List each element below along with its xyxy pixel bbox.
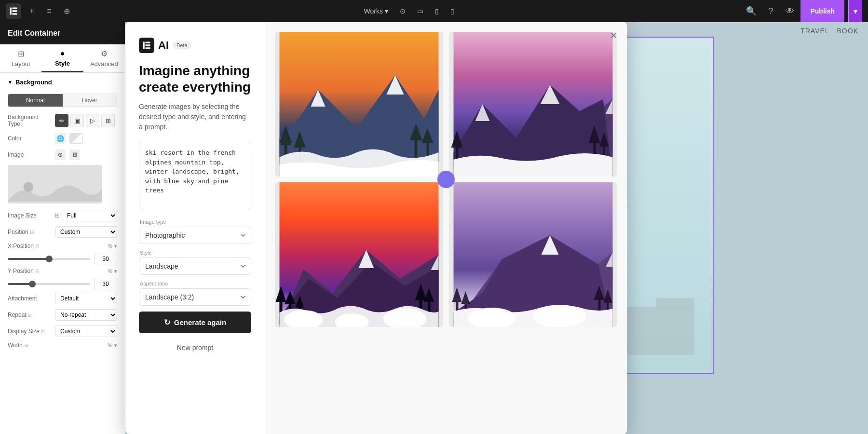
display-size-select[interactable]: CustomCoverContainAuto bbox=[55, 326, 117, 337]
bg-type-slideshow-btn[interactable]: ⊞ bbox=[101, 114, 115, 127]
x-slider-track[interactable] bbox=[8, 258, 90, 260]
x-slider-thumb[interactable] bbox=[46, 256, 53, 262]
publish-button[interactable]: Publish bbox=[800, 0, 844, 22]
mobile-icon[interactable]: ▯ bbox=[450, 7, 454, 15]
attachment-row: Attachment DefaultFixedScroll bbox=[0, 290, 125, 307]
bg-type-image-btn[interactable]: ▣ bbox=[70, 114, 84, 127]
y-position-input[interactable]: 30 bbox=[94, 279, 117, 289]
top-bar: + ≡ ⊕ Works ▾ ⊙ ▭ ▯ ▯ 🔍 ? 👁 Publish ▾ bbox=[0, 0, 868, 22]
color-row: Color 🌐 bbox=[0, 130, 125, 147]
images-grid-wrapper: ⤡ bbox=[275, 32, 617, 327]
aspect-ratio-select[interactable]: Landscape (3:2) Portrait (2:3) Square (1… bbox=[139, 288, 251, 306]
image-result-1[interactable] bbox=[275, 32, 443, 176]
add-button[interactable]: + bbox=[25, 4, 39, 18]
width-row: Width ⊟ % ▾ bbox=[0, 339, 125, 351]
preview-icon[interactable]: 👁 bbox=[783, 4, 797, 18]
widgets-button[interactable]: ⊕ bbox=[60, 4, 73, 18]
desktop-icon[interactable]: ⊙ bbox=[400, 7, 406, 15]
image-upload-icon[interactable]: ⊕ bbox=[55, 149, 66, 160]
bg-type-video-btn[interactable]: ▷ bbox=[86, 114, 99, 127]
tab-advanced[interactable]: ⚙ Advanced bbox=[83, 44, 125, 72]
tab-style[interactable]: ● Style bbox=[41, 44, 83, 72]
new-prompt-button[interactable]: New prompt bbox=[139, 339, 251, 356]
repeat-icon: ⊟ bbox=[28, 313, 32, 318]
hover-state-btn[interactable]: Hover bbox=[63, 94, 117, 107]
prompt-textarea[interactable] bbox=[139, 142, 251, 209]
x-position-label: X Position ⊟ bbox=[8, 243, 46, 249]
background-section-header[interactable]: ▼ Background bbox=[0, 73, 125, 90]
canvas-nav-travel[interactable]: TRAVEL bbox=[800, 27, 829, 35]
image-result-4[interactable] bbox=[449, 182, 617, 327]
image-type-group: Image type Photographic Digital Art Illu… bbox=[139, 219, 251, 244]
image-result-3[interactable] bbox=[275, 182, 443, 327]
y-slider-thumb[interactable] bbox=[29, 281, 36, 287]
tablet-icon[interactable]: ▭ bbox=[417, 7, 423, 15]
layers-button[interactable]: ≡ bbox=[42, 4, 56, 18]
top-bar-center: Works ▾ ⊙ ▭ ▯ ▯ bbox=[77, 7, 741, 15]
svg-point-68 bbox=[533, 305, 586, 327]
modal-close-button[interactable]: ✕ bbox=[607, 29, 620, 42]
style-tab-icon: ● bbox=[45, 49, 79, 58]
width-label: Width ⊟ bbox=[8, 342, 46, 349]
repeat-select[interactable]: No-repeatRepeatRepeat-xRepeat-y bbox=[55, 309, 117, 321]
x-unit: % ▾ bbox=[108, 243, 117, 249]
style-select[interactable]: Landscape Portrait Abstract Urban bbox=[139, 258, 251, 275]
display-size-row: Display Size ⊟ CustomCoverContainAuto bbox=[0, 323, 125, 339]
attachment-select[interactable]: DefaultFixedScroll bbox=[55, 293, 117, 304]
repeat-row: Repeat ⊟ No-repeatRepeatRepeat-xRepeat-y bbox=[0, 307, 125, 323]
y-slider-track[interactable] bbox=[8, 283, 90, 285]
aspect-ratio-group: Aspect ratio Landscape (3:2) Portrait (2… bbox=[139, 281, 251, 306]
image-size-select[interactable]: FullLargeMedium bbox=[62, 210, 117, 221]
normal-state-btn[interactable]: Normal bbox=[8, 94, 63, 107]
image-size-icon: ⊞ bbox=[55, 212, 60, 219]
attachment-label: Attachment bbox=[8, 295, 51, 302]
advanced-tab-icon: ⚙ bbox=[87, 49, 121, 58]
position-select[interactable]: CustomCenterTopBottom bbox=[55, 226, 117, 238]
image-row: Image ⊕ 🖥 bbox=[0, 147, 125, 163]
canvas-nav-book[interactable]: BOOK bbox=[837, 27, 858, 35]
image-size-control: ⊞ FullLargeMedium bbox=[55, 210, 117, 221]
works-menu[interactable]: Works ▾ bbox=[364, 7, 388, 15]
background-type-row: Background Type ✏ ▣ ▷ ⊞ bbox=[0, 111, 125, 130]
svg-rect-1 bbox=[13, 8, 17, 9]
image-type-field-label: Image type bbox=[139, 219, 251, 225]
search-icon[interactable]: 🔍 bbox=[745, 4, 758, 18]
modal-left-panel: AI Beta Imagine anything create everythi… bbox=[125, 22, 265, 434]
global-color-icon[interactable]: 🌐 bbox=[55, 133, 66, 144]
y-position-label: Y Position ⊟ bbox=[8, 268, 46, 274]
image-external-icon[interactable]: 🖥 bbox=[69, 149, 80, 160]
mountain-image-1-svg bbox=[275, 32, 443, 176]
display-size-icon: ⊟ bbox=[41, 329, 45, 334]
image-result-2[interactable]: ⤡ bbox=[449, 32, 617, 176]
style-field-label: Style bbox=[139, 250, 251, 256]
section-arrow-icon: ▼ bbox=[8, 80, 13, 85]
loading-indicator bbox=[437, 171, 455, 188]
help-icon[interactable]: ? bbox=[764, 4, 777, 18]
y-position-row: Y Position ⊟ % ▾ bbox=[0, 265, 125, 277]
ai-logo bbox=[139, 38, 154, 53]
background-type-label: Background Type bbox=[8, 114, 51, 127]
color-controls: 🌐 bbox=[55, 133, 83, 144]
tablet-v-icon[interactable]: ▯ bbox=[435, 7, 439, 15]
publish-arrow[interactable]: ▾ bbox=[848, 0, 862, 22]
x-position-input[interactable]: 50 bbox=[94, 254, 117, 264]
sidebar: Edit Container ⊞ Layout ● Style ⚙ Advanc… bbox=[0, 22, 125, 434]
elementor-logo-icon bbox=[9, 6, 18, 16]
canvas-nav: TRAVEL BOOK bbox=[800, 27, 858, 35]
tab-layout[interactable]: ⊞ Layout bbox=[0, 44, 41, 72]
image-preview-container bbox=[0, 163, 125, 207]
logo[interactable] bbox=[6, 3, 21, 19]
color-label: Color bbox=[8, 135, 51, 142]
modal-description: Generate images by selecting the desired… bbox=[139, 102, 251, 132]
generate-refresh-icon: ↻ bbox=[164, 318, 170, 327]
x-position-row: X Position ⊟ % ▾ bbox=[0, 240, 125, 252]
y-position-icon: ⊟ bbox=[36, 269, 40, 273]
background-type-buttons: ✏ ▣ ▷ ⊞ bbox=[55, 114, 115, 127]
canvas-folder-tab bbox=[656, 298, 694, 308]
color-swatch[interactable] bbox=[69, 133, 83, 144]
image-type-select[interactable]: Photographic Digital Art Illustration An… bbox=[139, 227, 251, 244]
svg-rect-7 bbox=[146, 44, 150, 46]
generate-again-button[interactable]: ↻ Generate again bbox=[139, 312, 251, 333]
bg-type-color-btn[interactable]: ✏ bbox=[55, 114, 68, 127]
y-position-slider: 30 bbox=[0, 277, 125, 290]
